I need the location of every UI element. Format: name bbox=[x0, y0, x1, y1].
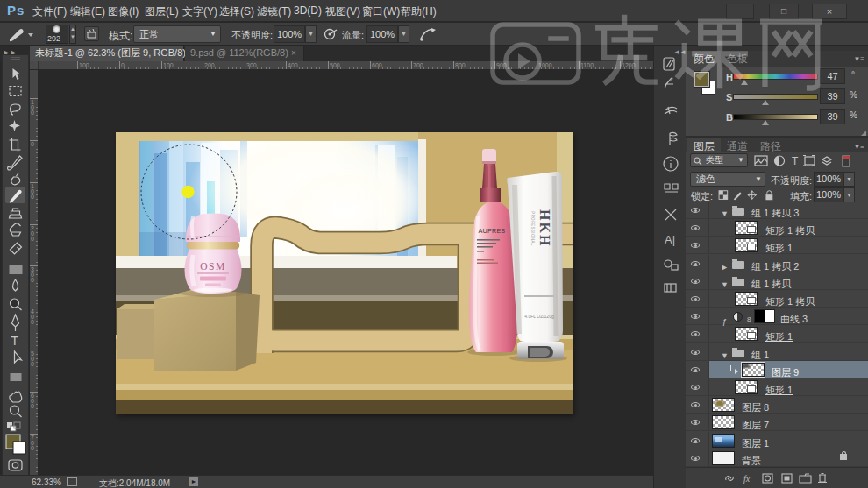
svg-text:HKH: HKH bbox=[537, 209, 552, 247]
svg-text:A|: A| bbox=[665, 233, 675, 246]
svg-text:AUPRES: AUPRES bbox=[479, 227, 506, 235]
svg-text:fx: fx bbox=[743, 474, 751, 484]
svg-text:4.0FL OZ/120g: 4.0FL OZ/120g bbox=[524, 314, 554, 319]
svg-text:T: T bbox=[11, 334, 19, 348]
svg-text:OSM: OSM bbox=[200, 261, 225, 272]
svg-text:T: T bbox=[792, 155, 799, 167]
svg-text:PROFESSIONAL: PROFESSIONAL bbox=[530, 211, 535, 246]
